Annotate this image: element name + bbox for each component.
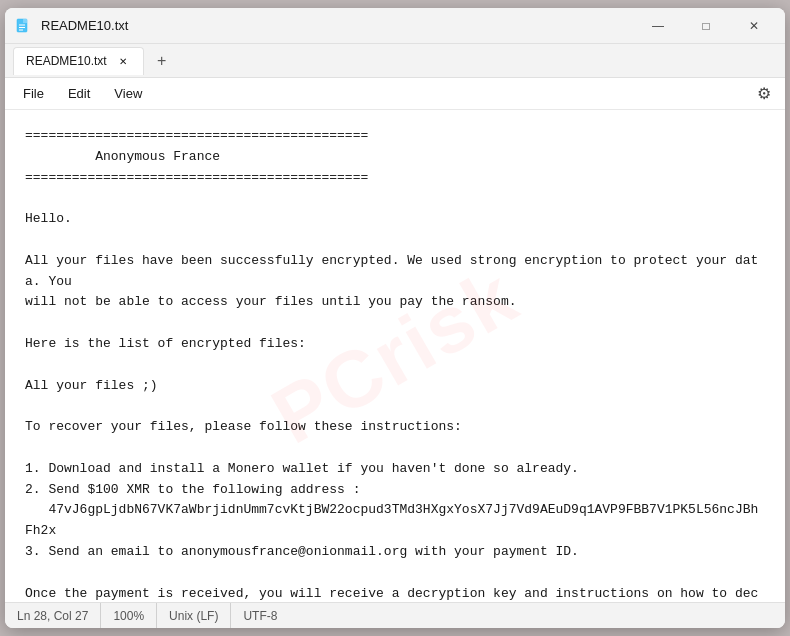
close-button[interactable]: ✕ — [731, 10, 777, 42]
tab-readme[interactable]: README10.txt ✕ — [13, 47, 144, 75]
text-content[interactable]: PCrisk =================================… — [5, 110, 785, 602]
encoding: UTF-8 — [231, 603, 289, 628]
title-bar: README10.txt — □ ✕ — [5, 8, 785, 44]
app-icon — [13, 16, 33, 36]
menu-bar: File Edit View ⚙ — [5, 78, 785, 110]
maximize-button[interactable]: □ — [683, 10, 729, 42]
minimize-button[interactable]: — — [635, 10, 681, 42]
notepad-window: README10.txt — □ ✕ README10.txt ✕ + File… — [5, 8, 785, 628]
tab-close-button[interactable]: ✕ — [115, 53, 131, 69]
menu-bar-right: ⚙ — [751, 81, 777, 107]
line-ending: Unix (LF) — [157, 603, 231, 628]
zoom-level: 100% — [101, 603, 157, 628]
tab-label: README10.txt — [26, 54, 107, 68]
cursor-position: Ln 28, Col 27 — [17, 603, 101, 628]
menu-file[interactable]: File — [13, 81, 54, 107]
settings-icon[interactable]: ⚙ — [751, 81, 777, 107]
tab-bar: README10.txt ✕ + — [5, 44, 785, 78]
document-text: ========================================… — [25, 126, 765, 602]
menu-view[interactable]: View — [104, 81, 152, 107]
new-tab-button[interactable]: + — [148, 47, 176, 75]
menu-edit[interactable]: Edit — [58, 81, 100, 107]
status-bar: Ln 28, Col 27 100% Unix (LF) UTF-8 — [5, 602, 785, 628]
window-title: README10.txt — [41, 18, 635, 33]
window-controls: — □ ✕ — [635, 10, 777, 42]
svg-rect-1 — [23, 19, 27, 23]
